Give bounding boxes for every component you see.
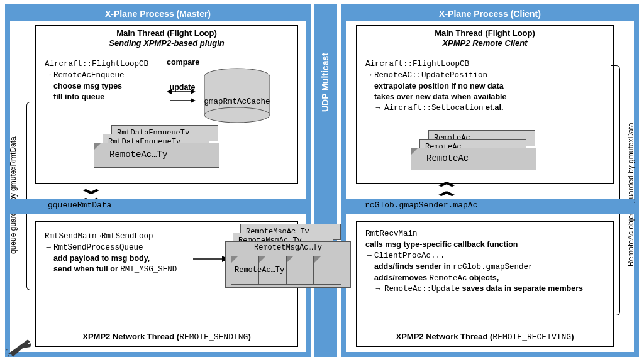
client-main-title-l2: XPMP2 Remote Client: [442, 38, 527, 48]
client-net-title: XPMP2 Network Thread (REMOTE_RECEIVING): [357, 332, 613, 343]
master-desc2: fill into queue: [53, 92, 104, 101]
remoteac-card-front: RemoteAc: [411, 148, 536, 170]
client-title: X-Plane Process (Client): [346, 8, 634, 21]
master-main-title-l2: Sending XPMP2-based plugin: [109, 38, 224, 48]
client-net-l5a: adds/removes: [374, 273, 430, 282]
client-remoteac-stack: RemoteAc RemoteAc RemoteAc: [411, 130, 555, 179]
client-flightloop-cb: Aircraft::FlightLoopCB: [365, 60, 469, 69]
cache-cylinder: gmapRmtAcCache: [199, 67, 275, 125]
client-main-title-l1: Main Thread (Flight Loop): [435, 28, 535, 38]
client-net-body: RmtRecvMain calls msg type-specific call…: [365, 228, 583, 295]
master-sendmain: RmtSendMain→RmtSendLoop: [45, 232, 153, 241]
udp-column: UDP Multicast: [314, 4, 337, 357]
plane-icon: [5, 331, 34, 359]
update-label: update: [170, 83, 196, 92]
master-net-l3: add payload to msg body,: [53, 254, 150, 263]
master-net-l4a: send when full or: [53, 265, 120, 273]
udp-label: UDP Multicast: [320, 18, 330, 112]
master-main-thread-box: Main Thread (Flight Loop) Sending XPMP2-…: [35, 25, 298, 184]
master-hbar-label: gqueueRmtData: [48, 200, 111, 210]
client-net-thread-box: RmtRecvMain calls msg type-specific call…: [356, 221, 614, 347]
master-bracket: [26, 102, 35, 290]
dogear-icon: [411, 148, 418, 155]
msg-card-front: RemotetMsgAc…Ty RemoteAc…Ty: [225, 241, 351, 288]
client-net-title-b: REMOTE_RECEIVING: [492, 332, 571, 342]
note-label: RemoteAc…Ty: [235, 266, 284, 275]
client-net-l2: calls msg type-specific callback functio…: [365, 240, 518, 249]
master-main-body: Aircraft::FlightLoopCB →RemoteAcEnqueue …: [45, 58, 148, 102]
client-remoteac-update: RemoteAc::Update: [384, 285, 460, 293]
master-desc1: choose msg types: [53, 82, 122, 90]
master-mutex-label: queue guarded by gmutexRmtData: [9, 90, 18, 254]
svg-point-9: [204, 107, 270, 123]
client-net-l5c: objects,: [467, 273, 499, 282]
svg-marker-4: [191, 98, 196, 103]
master-remoteac-enqueue: RemoteAcEnqueue: [53, 71, 125, 80]
client-recvmain: RmtRecvMain: [365, 229, 418, 238]
client-mutex-label: RemoteAc objects guarded by gmutexData: [626, 84, 635, 266]
master-net-title-a: XPMP2 Network Thread (: [82, 332, 179, 341]
client-rcglob: rcGlob.gmapSender: [453, 263, 533, 272]
master-sendproc: RmtSendProcessQueue: [53, 243, 143, 252]
master-flightloop-cb: Aircraft::FlightLoopCB: [45, 60, 148, 69]
client-setlocation: Aircraft::SetLocation: [384, 104, 484, 112]
master-main-thread-title: Main Thread (Flight Loop) Sending XPMP2-…: [36, 28, 297, 48]
client-remoteac-obj: RemoteAc: [430, 274, 467, 283]
client-hbar: rcGlob.gmapSender.mapAc: [346, 199, 634, 214]
note-3: [286, 256, 314, 285]
msg-card-front-label: RemotetMsgAc…Ty: [231, 243, 345, 252]
master-net-title: XPMP2 Network Thread (REMOTE_SENDING): [36, 332, 297, 343]
client-net-title-a: XPMP2 Network Thread (: [396, 332, 492, 341]
master-process: X-Plane Process (Master) queue guarded b…: [5, 4, 311, 357]
master-net-body: RmtSendMain→RmtSendLoop →RmtSendProcessQ…: [45, 231, 177, 275]
client-desc2: takes over new data when available: [374, 92, 507, 101]
client-main-body: Aircraft::FlightLoopCB →RemoteAC::Update…: [365, 58, 507, 113]
master-title: X-Plane Process (Master): [10, 8, 306, 21]
client-net-title-c: ): [571, 332, 574, 341]
center-msg-stack: RemoteMsgAc…Ty RemoteMsgAc…Ty RemotetMsg…: [225, 224, 364, 293]
compare-label: compare: [167, 58, 199, 67]
client-setlocation-etal: et.al.: [484, 103, 504, 112]
master-net-title-c: ): [248, 332, 250, 341]
client-main-thread-box: Main Thread (Flight Loop) XPMP2 Remote C…: [356, 25, 614, 184]
client-net-l4a: adds/finds sender in: [374, 262, 453, 271]
client-main-thread-title: Main Thread (Flight Loop) XPMP2 Remote C…: [357, 28, 613, 48]
client-net-l6b: saves data in separate members: [460, 284, 583, 293]
client-process: X-Plane Process (Client) RemoteAc object…: [341, 4, 639, 357]
master-enqueue-stack: RmtDataEnqueueTy RmtDataEnqueueTy Remote…: [94, 125, 238, 175]
master-main-title-l1: Main Thread (Flight Loop): [116, 28, 217, 38]
send-arrow-icon: [193, 255, 228, 263]
cache-label: gmapRmtAcCache: [199, 97, 275, 106]
client-updateposition: RemoteAC::UpdatePosition: [374, 71, 487, 80]
compare-update-group: compare update gmapRmtAcCache: [167, 67, 275, 125]
master-net-title-b: REMOTE_SENDING: [179, 332, 248, 342]
note-4: [314, 256, 341, 285]
client-clientproc: ClientProcAc...: [374, 251, 445, 260]
master-hbar: gqueueRmtData: [10, 199, 306, 214]
master-rmt-msg-send: RMT_MSG_SEND: [120, 265, 177, 274]
client-desc1: extrapolate position if no new data: [374, 82, 504, 90]
client-hbar-label: rcGlob.gmapSender.mapAc: [365, 200, 477, 210]
enqueue-card-front: RemoteAc…Ty: [94, 143, 219, 168]
dogear-icon: [94, 143, 101, 150]
